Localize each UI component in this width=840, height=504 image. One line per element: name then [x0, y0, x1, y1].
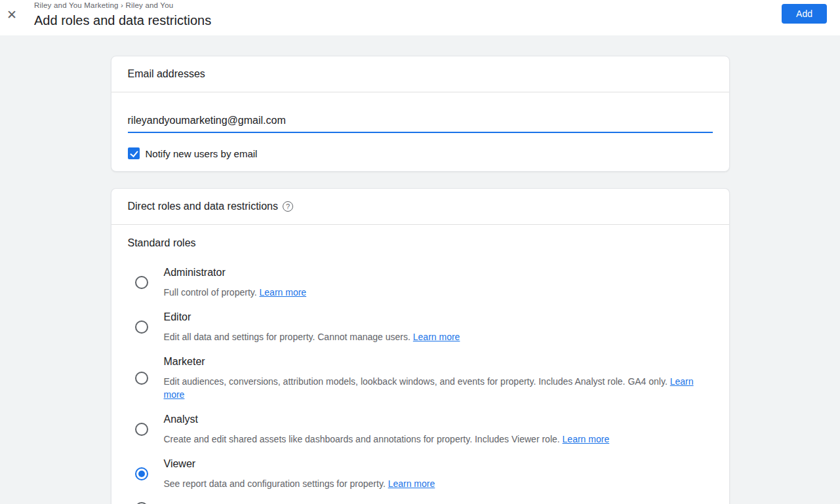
role-radio[interactable]	[135, 423, 148, 436]
email-addresses-card: Email addresses Notify new users by emai…	[111, 56, 730, 172]
role-row[interactable]: Analyst Create and edit shared assets li…	[111, 413, 729, 446]
role-text: Editor Edit all data and settings for pr…	[164, 311, 460, 343]
learn-more-link[interactable]: Learn more	[388, 478, 435, 489]
role-description: Edit audiences, conversions, attribution…	[164, 375, 696, 401]
role-text: Administrator Full control of property. …	[164, 266, 307, 299]
notify-checkbox-row[interactable]: Notify new users by email	[128, 147, 713, 159]
role-description-text: Edit all data and settings for property.…	[164, 332, 413, 342]
role-name: Viewer	[164, 457, 435, 471]
role-name: Marketer	[164, 355, 696, 368]
role-description-text: Create and edit shared assets like dashb…	[164, 434, 563, 444]
help-icon[interactable]: ?	[283, 201, 293, 212]
role-radio[interactable]	[135, 320, 148, 334]
learn-more-link[interactable]: Learn more	[563, 434, 610, 444]
role-name: Analyst	[164, 413, 610, 426]
add-button[interactable]: Add	[782, 4, 827, 24]
standard-roles-label: Standard roles	[128, 237, 713, 250]
role-radio[interactable]	[135, 372, 148, 385]
role-text: Analyst Create and edit shared assets li…	[164, 413, 610, 446]
role-text: Viewer See report data and configuration…	[164, 457, 435, 490]
role-row[interactable]: Editor Edit all data and settings for pr…	[111, 311, 729, 343]
role-description: Edit all data and settings for property.…	[164, 330, 460, 343]
role-row[interactable]: Administrator Full control of property. …	[111, 266, 729, 299]
role-text: Marketer Edit audiences, conversions, at…	[164, 355, 696, 401]
roles-card-header: Direct roles and data restrictions ?	[111, 189, 729, 225]
role-description: See report data and configuration settin…	[164, 477, 435, 490]
learn-more-link[interactable]: Learn more	[260, 287, 307, 298]
role-name: Administrator	[164, 266, 307, 279]
role-name: Editor	[164, 311, 460, 324]
roles-card-title: Direct roles and data restrictions	[128, 199, 278, 214]
email-card-header: Email addresses	[111, 56, 729, 92]
role-row[interactable]: Viewer See report data and configuration…	[111, 457, 729, 490]
close-icon[interactable]: ✕	[4, 7, 20, 23]
roles-card: Direct roles and data restrictions ? Sta…	[111, 188, 730, 504]
role-description: Full control of property. Learn more	[164, 286, 307, 299]
role-description-text: See report data and configuration settin…	[164, 478, 388, 489]
role-description: Create and edit shared assets like dashb…	[164, 433, 610, 446]
email-input[interactable]	[128, 103, 713, 133]
notify-checkbox[interactable]	[128, 147, 140, 159]
dialog-header: ✕ Riley and You Marketing › Riley and Yo…	[0, 0, 840, 35]
breadcrumb: Riley and You Marketing › Riley and You	[34, 1, 211, 10]
role-description-text: Full control of property.	[164, 287, 260, 298]
learn-more-link[interactable]: Learn more	[413, 332, 460, 342]
notify-label: Notify new users by email	[146, 148, 258, 159]
role-radio[interactable]	[135, 276, 148, 289]
title-block: Riley and You Marketing › Riley and You …	[34, 1, 211, 29]
roles-list: Administrator Full control of property. …	[111, 266, 729, 504]
email-card-body: Notify new users by email	[111, 92, 729, 171]
role-description-text: Edit audiences, conversions, attribution…	[164, 376, 670, 387]
role-radio[interactable]	[135, 467, 148, 480]
role-row[interactable]: Marketer Edit audiences, conversions, at…	[111, 355, 729, 401]
page-title: Add roles and data restrictions	[34, 12, 211, 29]
